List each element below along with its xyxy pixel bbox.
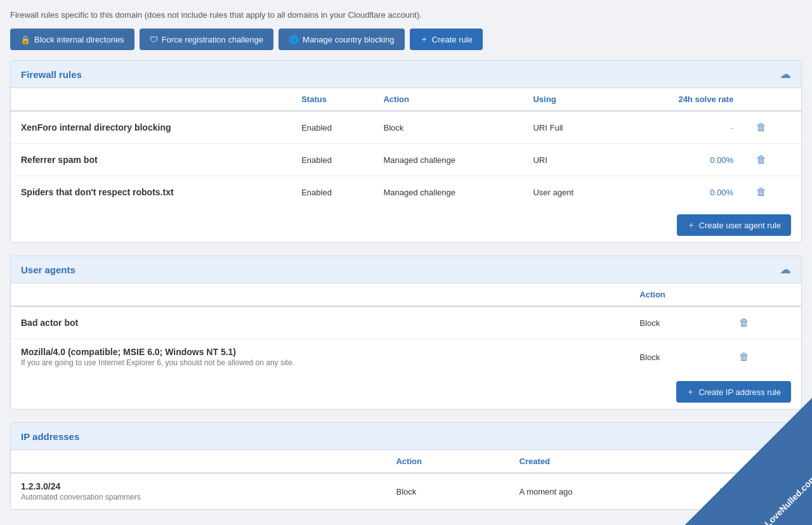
create-ip-address-rule-button[interactable]: ＋ Create IP address rule <box>676 381 791 403</box>
cloud-icon: ☁ <box>780 67 791 81</box>
ua-col-name-header <box>11 283 629 306</box>
block-internal-button[interactable]: 🔒 Block internal directories <box>10 29 134 50</box>
create-ip-address-rule-label: Create IP address rule <box>698 387 781 397</box>
user-agents-section: User agents ☁ Action Bad actor bot Block… <box>10 256 802 410</box>
ip-created: A moment ago <box>509 473 706 509</box>
rule-name: Referrer spam bot <box>11 144 291 176</box>
rule-action: Managed challenge <box>373 144 523 176</box>
manage-country-label: Manage country blocking <box>303 35 395 44</box>
plus-icon: ＋ <box>420 34 428 45</box>
ua-action: Block <box>629 306 726 339</box>
create-user-agent-rule-label: Create user agent rule <box>699 221 781 230</box>
ip-action: Block <box>386 473 509 509</box>
rule-using: URI <box>523 144 621 176</box>
firewall-rules-header: Firewall rules ☁ <box>11 61 801 88</box>
col-solverate-header: 24h solve rate <box>622 88 744 111</box>
create-rule-label: Create rule <box>432 35 473 44</box>
ip-name: 1.2.3.0/24 Automated conversation spamme… <box>11 473 386 509</box>
rule-action: Block <box>373 111 523 144</box>
ua-action: Block <box>629 339 726 375</box>
ip-col-name-header <box>11 450 386 473</box>
cloud-icon-ua: ☁ <box>780 262 791 276</box>
ip-col-created-header: Created <box>509 450 706 473</box>
rule-status: Enabled <box>291 144 373 176</box>
ip-col-del-header <box>706 450 801 473</box>
ip-col-action-header: Action <box>386 450 509 473</box>
create-user-agent-rule-row: ＋ Create user agent rule <box>11 208 801 242</box>
globe-icon: 🌐 <box>289 35 299 44</box>
rule-delete[interactable]: 🗑 <box>743 176 801 209</box>
table-row: Referrer spam bot Enabled Managed challe… <box>11 144 801 176</box>
delete-rule-button[interactable]: 🗑 <box>754 184 769 200</box>
intro-text: Firewall rules specific to this domain (… <box>10 10 802 20</box>
ua-delete[interactable]: 🗑 <box>726 306 801 339</box>
table-row: Spiders that don't respect robots.txt En… <box>11 176 801 209</box>
ip-delete[interactable]: 🗑 <box>706 473 801 509</box>
rule-using: User agent <box>523 176 621 209</box>
firewall-rules-table: Status Action Using 24h solve rate XenFo… <box>11 88 801 208</box>
cloud-icon-ip: ☁ <box>780 429 791 443</box>
user-agents-header: User agents ☁ <box>11 256 801 283</box>
ua-col-action-header: Action <box>629 283 726 306</box>
toolbar: 🔒 Block internal directories 🛡 Force reg… <box>10 29 802 50</box>
user-agents-table: Action Bad actor bot Block 🗑 Mozilla/4.0… <box>11 283 801 375</box>
ip-addresses-table: Action Created 1.2.3.0/24 Automated conv… <box>11 450 801 509</box>
ip-addresses-header: IP addresses ☁ <box>11 423 801 450</box>
col-using-header: Using <box>523 88 621 111</box>
force-registration-button[interactable]: 🛡 Force registration challenge <box>140 29 273 50</box>
ua-delete[interactable]: 🗑 <box>726 339 801 375</box>
col-status-header: Status <box>291 88 373 111</box>
col-actions-header <box>743 88 801 111</box>
delete-ua-button[interactable]: 🗑 <box>737 349 752 365</box>
delete-ua-button[interactable]: 🗑 <box>737 314 752 331</box>
create-rule-button[interactable]: ＋ Create rule <box>410 29 483 50</box>
rule-solve-rate: 0.00% <box>622 144 744 176</box>
rule-status: Enabled <box>291 111 373 144</box>
shield-icon: 🛡 <box>150 35 158 44</box>
plus-icon-ua: ＋ <box>687 219 695 231</box>
force-registration-label: Force registration challenge <box>162 35 263 44</box>
plus-icon-ip: ＋ <box>686 386 695 398</box>
delete-rule-button[interactable]: 🗑 <box>754 119 769 136</box>
create-user-agent-rule-button[interactable]: ＋ Create user agent rule <box>677 214 791 236</box>
delete-rule-button[interactable]: 🗑 <box>754 152 769 168</box>
create-ip-rule-row: ＋ Create IP address rule <box>11 375 801 409</box>
manage-country-button[interactable]: 🌐 Manage country blocking <box>278 29 405 50</box>
rule-using: URI Full <box>523 111 621 144</box>
ip-addresses-title: IP addresses <box>21 431 79 442</box>
firewall-rules-title: Firewall rules <box>21 69 82 80</box>
rule-delete[interactable]: 🗑 <box>743 111 801 144</box>
firewall-rules-section: Firewall rules ☁ Status Action Using 24h… <box>10 60 802 243</box>
user-agents-title: User agents <box>21 264 75 275</box>
lock-icon: 🔒 <box>20 35 30 44</box>
table-row: XenForo internal directory blocking Enab… <box>11 111 801 144</box>
delete-ip-button[interactable]: 🗑 <box>716 483 731 500</box>
block-internal-label: Block internal directories <box>34 35 124 44</box>
col-name-header <box>11 88 291 111</box>
rule-action: Managed challenge <box>373 176 523 209</box>
rule-name: Spiders that don't respect robots.txt <box>11 176 291 209</box>
ip-addresses-section: IP addresses ☁ Action Created 1.2.3.0/24… <box>10 422 802 510</box>
rule-solve-rate: 0.00% <box>622 176 744 209</box>
rule-name: XenForo internal directory blocking <box>11 111 291 144</box>
rule-solve-rate: - <box>622 111 744 144</box>
rule-delete[interactable]: 🗑 <box>743 144 801 176</box>
ua-col-del-header <box>726 283 801 306</box>
table-row: Bad actor bot Block 🗑 <box>11 306 801 339</box>
table-row: 1.2.3.0/24 Automated conversation spamme… <box>11 473 801 509</box>
ua-name: Bad actor bot <box>11 306 629 339</box>
ua-name: Mozilla/4.0 (compatible; MSIE 6.0; Windo… <box>11 339 629 375</box>
col-action-header: Action <box>373 88 523 111</box>
rule-status: Enabled <box>291 176 373 209</box>
table-row: Mozilla/4.0 (compatible; MSIE 6.0; Windo… <box>11 339 801 375</box>
